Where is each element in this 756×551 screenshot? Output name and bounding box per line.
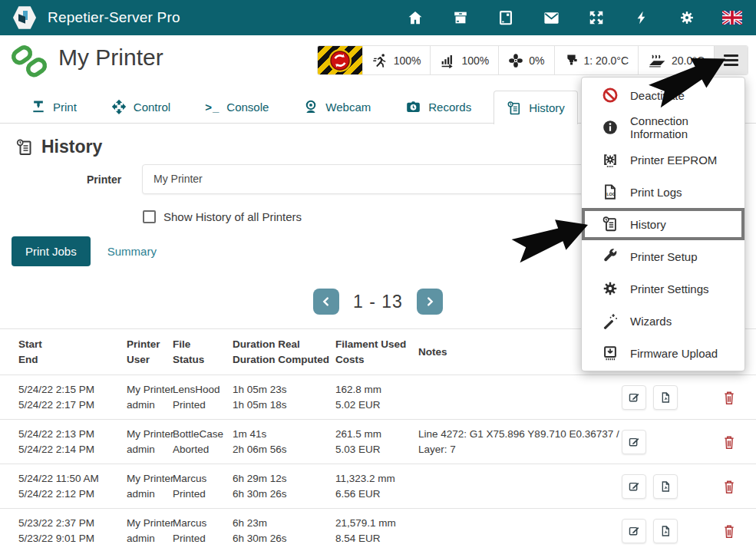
webcam-icon bbox=[303, 99, 319, 114]
extruder-value: 1: 20.0°C bbox=[584, 54, 629, 67]
print-icon bbox=[31, 99, 46, 114]
printer-status-bar: 100% 100% 0% 1: 20.0°C 20.0°C bbox=[317, 45, 748, 75]
menu-item-print-logs[interactable]: LOG Print Logs bbox=[582, 176, 744, 208]
hamburger-icon bbox=[724, 54, 738, 57]
console-icon: >_ bbox=[205, 101, 220, 114]
trash-icon bbox=[722, 479, 736, 494]
delete-job-button[interactable] bbox=[721, 522, 738, 540]
emergency-stop-icon bbox=[330, 51, 350, 71]
gear-icon bbox=[602, 280, 619, 297]
bed-status[interactable]: 20.0°C bbox=[638, 46, 714, 74]
table-row: 5/24/22 2:13 PM5/24/22 2:14 PM My Printe… bbox=[0, 420, 756, 464]
menu-item-history[interactable]: History bbox=[582, 208, 744, 240]
app-title: Repetier-Server Pro bbox=[48, 9, 180, 26]
printer-select[interactable]: My Printer bbox=[142, 164, 586, 194]
menu-item-printer-eeprom[interactable]: Printer EEPROM bbox=[582, 144, 744, 176]
trash-icon bbox=[722, 434, 736, 450]
pdf-report-button[interactable] bbox=[653, 519, 678, 543]
speed-status[interactable]: 100% bbox=[362, 46, 431, 74]
chevron-right-icon bbox=[424, 296, 435, 307]
printer-select-label: Printer bbox=[87, 173, 121, 186]
extruder-status[interactable]: 1: 20.0°C bbox=[554, 46, 639, 74]
extruder-icon bbox=[564, 53, 579, 68]
tab-history[interactable]: History bbox=[494, 91, 578, 124]
messages-icon bbox=[543, 9, 560, 27]
edit-notes-button[interactable] bbox=[622, 474, 646, 499]
pdf-file-icon bbox=[659, 391, 672, 404]
show-all-printers-checkbox[interactable] bbox=[143, 210, 156, 223]
printer-select-value: My Printer bbox=[154, 173, 203, 185]
menu-item-deactivate[interactable]: Deactivate bbox=[582, 79, 744, 111]
global-settings-icon bbox=[678, 9, 695, 26]
records-icon bbox=[405, 99, 421, 115]
edit-notes-button[interactable] bbox=[622, 385, 646, 410]
heated-bed-icon bbox=[648, 52, 666, 68]
trash-icon bbox=[722, 390, 736, 405]
print-logs-icon: LOG bbox=[602, 183, 619, 200]
page-range-label: 1 - 13 bbox=[353, 292, 403, 312]
edit-icon bbox=[628, 391, 641, 404]
bed-value: 20.0°C bbox=[672, 54, 705, 67]
emergency-stop-button[interactable] bbox=[318, 46, 362, 74]
tab-control[interactable]: Control bbox=[99, 91, 183, 123]
power-actions-button[interactable] bbox=[632, 8, 652, 28]
next-page-button[interactable] bbox=[417, 289, 443, 315]
menu-item-wizards[interactable]: Wizards bbox=[582, 305, 744, 337]
language-flag-en-icon bbox=[722, 11, 742, 25]
fan-icon bbox=[508, 53, 523, 68]
info-icon bbox=[602, 119, 619, 136]
power-icon bbox=[634, 9, 649, 26]
printer-title: My Printer bbox=[58, 45, 163, 71]
home-button[interactable] bbox=[405, 8, 425, 28]
show-all-printers-label: Show History of all Printers bbox=[163, 210, 302, 223]
guides-icon bbox=[497, 9, 514, 26]
global-settings-button[interactable] bbox=[677, 8, 697, 28]
fan-value: 0% bbox=[529, 54, 544, 67]
flow-status[interactable]: 100% bbox=[430, 46, 498, 74]
edit-notes-button[interactable] bbox=[622, 519, 646, 543]
menu-item-printer-setup[interactable]: Printer Setup bbox=[582, 240, 744, 272]
edit-icon bbox=[628, 435, 641, 448]
wrench-icon bbox=[602, 248, 619, 265]
edit-notes-button[interactable] bbox=[622, 430, 646, 454]
tab-console[interactable]: >_ Console bbox=[193, 91, 281, 123]
delete-job-button[interactable] bbox=[721, 477, 738, 496]
messages-button[interactable] bbox=[541, 8, 561, 28]
deactivate-icon bbox=[602, 87, 619, 104]
table-row: 5/23/22 2:37 PM5/23/22 9:01 PM My Printe… bbox=[0, 509, 756, 551]
wand-icon bbox=[602, 312, 619, 329]
eeprom-icon bbox=[602, 151, 619, 168]
menu-item-connection-information[interactable]: Connection Information bbox=[582, 111, 744, 144]
printers-icon bbox=[452, 9, 469, 26]
table-row: 5/24/22 11:50 AM5/24/22 2:12 PM My Print… bbox=[0, 464, 756, 509]
previous-page-button[interactable] bbox=[313, 289, 339, 315]
tab-records[interactable]: Records bbox=[393, 91, 484, 123]
pdf-report-button[interactable] bbox=[653, 385, 678, 410]
delete-job-button[interactable] bbox=[721, 433, 738, 451]
flow-value: 100% bbox=[461, 54, 489, 67]
delete-job-button[interactable] bbox=[721, 388, 738, 407]
home-icon bbox=[407, 9, 424, 26]
pdf-report-button[interactable] bbox=[653, 474, 678, 499]
fan-status[interactable]: 0% bbox=[498, 46, 553, 74]
guides-button[interactable] bbox=[496, 8, 516, 28]
tab-print[interactable]: Print bbox=[18, 91, 89, 123]
pdf-file-icon bbox=[659, 525, 672, 537]
fullscreen-button[interactable] bbox=[586, 8, 606, 28]
printers-button[interactable] bbox=[451, 8, 470, 28]
svg-text:LOG: LOG bbox=[606, 192, 616, 196]
menu-item-firmware-upload[interactable]: Firmware Upload bbox=[582, 337, 744, 369]
control-icon bbox=[111, 99, 127, 114]
language-button[interactable] bbox=[722, 8, 742, 28]
edit-icon bbox=[628, 524, 641, 537]
history-heading-label: History bbox=[41, 137, 102, 157]
printer-menu-dropdown: Deactivate Connection Information Printe… bbox=[581, 77, 745, 371]
printer-menu-button[interactable] bbox=[714, 46, 748, 74]
table-row: 5/24/22 2:15 PM5/24/22 2:17 PM My Printe… bbox=[0, 375, 756, 420]
history-icon bbox=[15, 138, 34, 157]
history-heading: History bbox=[15, 137, 102, 157]
tab-webcam[interactable]: Webcam bbox=[291, 91, 383, 123]
print-jobs-button[interactable]: Print Jobs bbox=[12, 236, 91, 266]
summary-button[interactable]: Summary bbox=[103, 236, 161, 266]
menu-item-printer-settings[interactable]: Printer Settings bbox=[582, 272, 744, 305]
